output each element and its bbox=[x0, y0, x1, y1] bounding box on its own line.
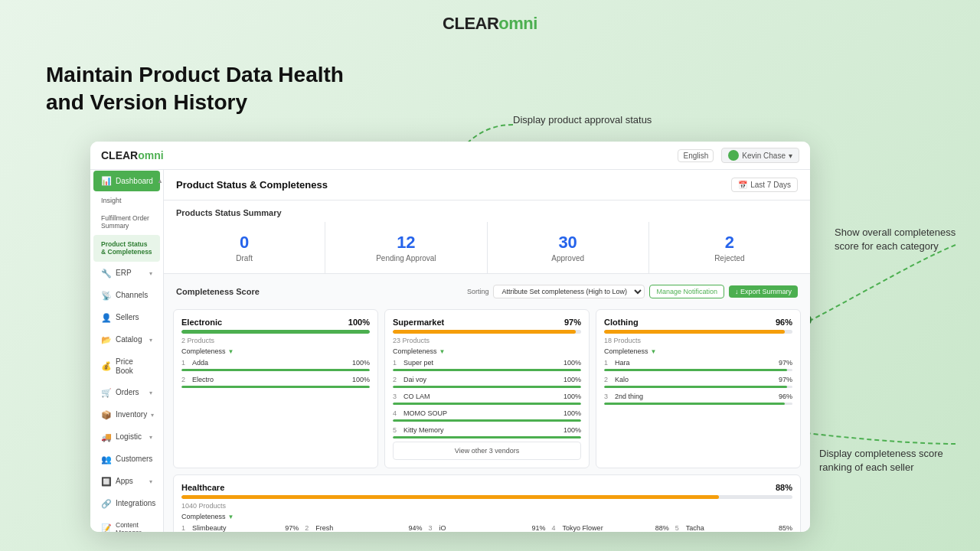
vendor-score: 97% bbox=[277, 524, 299, 532]
inventory-icon: 📦 bbox=[101, 410, 112, 420]
sorting-label: Sorting bbox=[467, 288, 489, 295]
approved-label: Approved bbox=[494, 254, 642, 262]
clothing-completeness-label: Completeness ▼ bbox=[604, 347, 792, 355]
clothing-meta: 18 Products bbox=[604, 337, 792, 344]
sidebar-item-dashboard[interactable]: 📊 Dashboard ▲ bbox=[93, 171, 160, 191]
healthcare-row: Healthcare 88% 1040 Products Completenes… bbox=[164, 474, 810, 532]
colam-fill bbox=[393, 403, 581, 405]
annotation-completeness: Show overall completeness score for each… bbox=[835, 226, 957, 253]
healthcare-score: 88% bbox=[776, 483, 792, 492]
electro-bar bbox=[181, 386, 370, 388]
sidebar-item-content[interactable]: 📝 Content Manager bbox=[93, 516, 160, 532]
sidebar-item-customers[interactable]: 👥 Customers bbox=[93, 449, 160, 470]
hara-bar bbox=[604, 369, 792, 371]
draft-number: 0 bbox=[170, 233, 318, 253]
sidebar-channels-label: Channels bbox=[116, 291, 152, 300]
vendor-num: 4 bbox=[393, 409, 400, 417]
electronic-progress-bar bbox=[181, 330, 370, 334]
daivoy-fill bbox=[393, 386, 581, 388]
healthcare-progress-fill bbox=[181, 495, 719, 499]
supermarket-progress-fill bbox=[393, 330, 576, 334]
electronic-meta: 2 Products bbox=[181, 337, 370, 344]
sidebar-item-erp[interactable]: 🔧 ERP ▾ bbox=[93, 263, 160, 284]
language-select[interactable]: English bbox=[678, 149, 714, 162]
content-icon: 📝 bbox=[101, 523, 112, 532]
sidebar-product-label: Product Status & Completeness bbox=[101, 240, 152, 256]
logo-clear: CLEAR bbox=[443, 14, 498, 33]
sidebar-apps-label: Apps bbox=[116, 477, 145, 486]
avatar bbox=[728, 150, 739, 161]
rejected-number: 2 bbox=[655, 233, 804, 253]
vendor-score: 91% bbox=[524, 524, 546, 532]
manage-notification-button[interactable]: Manage Notification bbox=[649, 285, 724, 298]
sidebar-item-insight[interactable]: Insight bbox=[93, 193, 160, 209]
vendor-score: 94% bbox=[400, 524, 422, 532]
vendor-fresh: 2 Fresh 94% bbox=[305, 522, 422, 532]
adda-fill bbox=[181, 369, 370, 371]
chevron-icon: ▾ bbox=[149, 337, 152, 344]
vendor-name: CO LAM bbox=[403, 393, 557, 400]
arrow-icon: ▼ bbox=[228, 514, 234, 520]
vendor-name: Hara bbox=[615, 359, 768, 367]
sidebar-item-channels[interactable]: 📡 Channels bbox=[93, 285, 160, 306]
view-other-button[interactable]: View other 3 vendors bbox=[393, 442, 581, 460]
vendor-row-kitty: 5 Kitty Memory 100% bbox=[393, 424, 581, 436]
category-card-healthcare: Healthcare 88% 1040 Products Completenes… bbox=[173, 474, 801, 532]
electronic-progress-fill bbox=[181, 330, 370, 334]
sidebar-item-product-status[interactable]: Product Status & Completeness bbox=[93, 235, 160, 261]
2ndthing-bar bbox=[604, 403, 792, 405]
dashboard-icon: 📊 bbox=[101, 176, 112, 186]
sort-dropdown[interactable]: Attribute Set completeness (High to Low) bbox=[493, 285, 645, 298]
vendor-num: 2 bbox=[604, 376, 612, 383]
clothing-progress-fill bbox=[604, 330, 785, 334]
app-header-right: English Kevin Chase ▾ bbox=[678, 148, 799, 163]
export-summary-button[interactable]: ↓ Export Summary bbox=[729, 285, 798, 298]
chevron-icon: ▾ bbox=[149, 390, 152, 396]
orders-icon: 🛒 bbox=[101, 388, 112, 398]
sidebar-item-pricebook[interactable]: 💰 Price Book bbox=[93, 352, 160, 381]
integrations-icon: 🔗 bbox=[101, 499, 112, 509]
vendor-score: 97% bbox=[771, 376, 792, 383]
kitty-fill bbox=[393, 436, 581, 439]
sidebar-item-catalog[interactable]: 📂 Catalog ▾ bbox=[93, 330, 160, 350]
category-row: Electronic 100% 2 Products Completeness … bbox=[164, 303, 810, 474]
sidebar-content-label: Content Manager bbox=[116, 521, 152, 532]
status-card-draft: 0 Draft bbox=[164, 222, 325, 273]
vendor-name: Electro bbox=[192, 376, 345, 383]
chevron-icon: ▲ bbox=[157, 178, 163, 184]
vendor-name: Kalo bbox=[615, 376, 768, 383]
page-header: Product Status & Completeness 📅 Last 7 D… bbox=[164, 170, 810, 201]
sidebar-item-orders[interactable]: 🛒 Orders ▾ bbox=[93, 383, 160, 403]
adda-bar bbox=[181, 369, 370, 371]
vendor-row-electro: 2 Electro 100% bbox=[181, 373, 370, 386]
vendor-score: 100% bbox=[560, 359, 581, 367]
user-badge[interactable]: Kevin Chase ▾ bbox=[721, 148, 799, 163]
vendor-row-adda: 1 Adda 100% bbox=[181, 357, 370, 369]
sellers-icon: 👤 bbox=[101, 313, 112, 323]
vendor-name: 2nd thing bbox=[615, 393, 768, 400]
sidebar-item-apps[interactable]: 🔲 Apps ▾ bbox=[93, 471, 160, 492]
vendor-num: 5 bbox=[393, 426, 400, 434]
vendor-score: 100% bbox=[560, 393, 581, 400]
annotation-ranking: Display completeness score ranking of ea… bbox=[819, 447, 957, 474]
sidebar-item-fulfillment[interactable]: Fulfillment Order Summary bbox=[93, 210, 160, 233]
arrow-icon: ▼ bbox=[228, 348, 234, 355]
healthcare-vendors: 1 Slimbeauty 97% 2 bbox=[181, 522, 792, 532]
sidebar-item-integrations[interactable]: 🔗 Integrations bbox=[93, 494, 160, 514]
vendor-num: 4 bbox=[552, 524, 560, 532]
electronic-name: Electronic bbox=[181, 318, 222, 327]
vendor-row-hara: 1 Hara 97% bbox=[604, 357, 792, 369]
sidebar-item-inventory[interactable]: 📦 Inventory ▾ bbox=[93, 405, 160, 425]
sidebar-item-sellers[interactable]: 👤 Sellers bbox=[93, 308, 160, 328]
sidebar-item-logistic[interactable]: 🚚 Logistic ▾ bbox=[93, 427, 160, 448]
pending-label: Pending Approval bbox=[332, 254, 480, 262]
date-badge[interactable]: 📅 Last 7 Days bbox=[731, 178, 798, 192]
vendor-score: 97% bbox=[771, 359, 792, 367]
vendor-name: Dai voy bbox=[403, 376, 557, 383]
vendor-score: 100% bbox=[348, 376, 370, 383]
vendor-name: Adda bbox=[192, 359, 345, 367]
kalo-fill bbox=[604, 386, 787, 388]
sidebar-integrations-label: Integrations bbox=[116, 499, 155, 508]
healthcare-name: Healthcare bbox=[181, 483, 224, 492]
momosoup-fill bbox=[393, 419, 581, 422]
